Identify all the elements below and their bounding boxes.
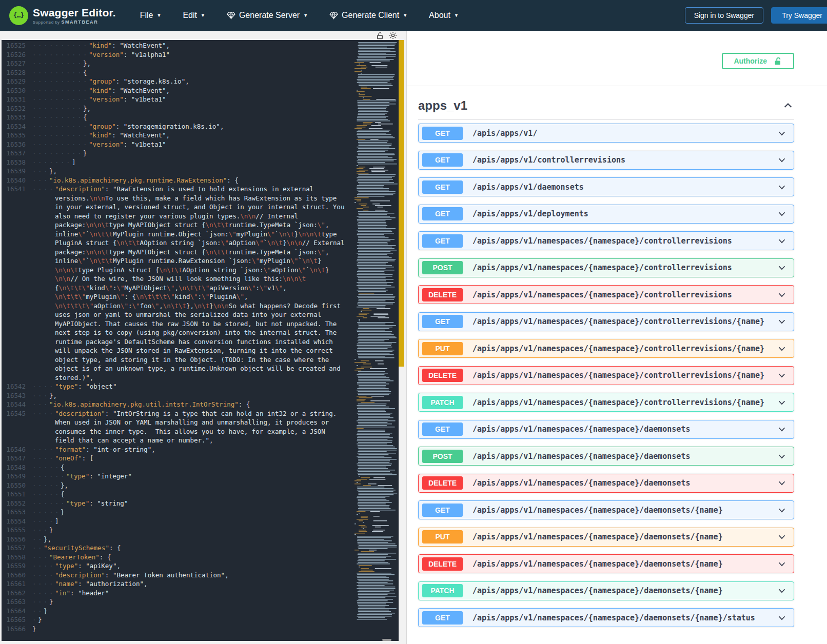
expand-chevron-icon[interactable] bbox=[776, 316, 787, 327]
code-line: 16539···}, bbox=[2, 167, 350, 176]
operation-path: /apis/apps/v1/namespaces/{namespace}/dae… bbox=[472, 532, 723, 541]
operation-delete-row[interactable]: DELETE/apis/apps/v1/namespaces/{namespac… bbox=[418, 554, 794, 573]
line-number: 16532 bbox=[2, 104, 30, 113]
operation-get-row[interactable]: GET/apis/apps/v1/namespaces/{namespace}/… bbox=[418, 231, 794, 250]
line-number: 16529 bbox=[2, 77, 30, 86]
expand-chevron-icon[interactable] bbox=[776, 128, 787, 139]
expand-chevron-icon[interactable] bbox=[776, 262, 787, 273]
expand-chevron-icon[interactable] bbox=[776, 208, 787, 219]
expand-chevron-icon[interactable] bbox=[776, 585, 787, 596]
collapse-chevron-icon[interactable] bbox=[782, 99, 794, 112]
line-number: 16537 bbox=[2, 149, 30, 158]
menu-generate-server[interactable]: Generate Server▼ bbox=[216, 6, 319, 25]
operation-delete-row[interactable]: DELETE/apis/apps/v1/namespaces/{namespac… bbox=[418, 285, 794, 304]
line-number: 16561 bbox=[2, 579, 30, 589]
line-number: 16566 bbox=[2, 625, 30, 634]
code-line: 16554····] bbox=[2, 517, 350, 526]
operation-path: /apis/apps/v1/daemonsets bbox=[472, 183, 584, 192]
method-badge: PATCH bbox=[422, 396, 463, 409]
code-line: \n\n// On the wire, the JSON will look s… bbox=[2, 274, 350, 284]
expand-chevron-icon[interactable] bbox=[776, 289, 787, 300]
line-number bbox=[2, 220, 30, 230]
line-number: 16549 bbox=[2, 472, 30, 481]
expand-chevron-icon[interactable] bbox=[776, 612, 787, 623]
line-number bbox=[2, 364, 30, 373]
code-line: \n\n\ttype PluginA struct {\n\t\tAOption… bbox=[2, 266, 350, 275]
operation-put-row[interactable]: PUT/apis/apps/v1/namespaces/{namespace}/… bbox=[418, 339, 794, 358]
code-line: next step is to copy (using pkg/conversi… bbox=[2, 328, 350, 337]
expand-chevron-icon[interactable] bbox=[776, 477, 787, 489]
code-line: object is of an unknown type, a runtime.… bbox=[2, 364, 350, 373]
code-line: 16531··········"version": "v1beta1" bbox=[2, 95, 350, 104]
expand-chevron-icon[interactable] bbox=[776, 451, 787, 462]
operation-delete-row[interactable]: DELETE/apis/apps/v1/namespaces/{namespac… bbox=[418, 474, 794, 493]
swagger-editor-brand[interactable]: {…} Swagger Editor. Supported bySMARTBEA… bbox=[9, 6, 116, 25]
tag-title: apps_v1 bbox=[418, 98, 467, 113]
expand-chevron-icon[interactable] bbox=[776, 343, 787, 354]
operation-get-row[interactable]: GET/apis/apps/v1/namespaces/{namespace}/… bbox=[418, 420, 794, 439]
line-number bbox=[2, 373, 30, 383]
menu-about[interactable]: About▼ bbox=[418, 6, 469, 25]
try-swagger-button[interactable]: Try Swagger bbox=[771, 7, 827, 24]
authorize-button[interactable]: Authorize bbox=[722, 53, 794, 69]
operation-path: /apis/apps/v1/namespaces/{namespace}/con… bbox=[472, 371, 764, 380]
editor-minimap[interactable] bbox=[350, 40, 399, 641]
menu-generate-client[interactable]: Generate Client▼ bbox=[319, 6, 418, 25]
operation-get-row[interactable]: GET/apis/apps/v1/ bbox=[418, 124, 794, 143]
menu-file[interactable]: File▼ bbox=[129, 6, 172, 25]
line-number: 16558 bbox=[2, 553, 30, 562]
expand-chevron-icon[interactable] bbox=[776, 370, 787, 381]
operation-patch-row[interactable]: PATCH/apis/apps/v1/namespaces/{namespace… bbox=[418, 581, 794, 600]
expand-chevron-icon[interactable] bbox=[776, 505, 787, 516]
caret-down-icon: ▼ bbox=[156, 13, 161, 18]
code-line: 16565·} bbox=[2, 615, 350, 625]
operation-get-row[interactable]: GET/apis/apps/v1/namespaces/{namespace}/… bbox=[418, 312, 794, 331]
operation-get-row[interactable]: GET/apis/apps/v1/deployments bbox=[418, 205, 794, 224]
expand-chevron-icon[interactable] bbox=[776, 558, 787, 570]
expand-chevron-icon[interactable] bbox=[776, 154, 787, 166]
expand-chevron-icon[interactable] bbox=[776, 397, 787, 408]
operation-get-row[interactable]: GET/apis/apps/v1/controllerrevisions bbox=[418, 151, 794, 170]
code-line: 16541····"description": "RawExtension is… bbox=[2, 185, 350, 194]
line-number: 16546 bbox=[2, 445, 30, 454]
expand-chevron-icon[interactable] bbox=[776, 182, 787, 193]
code-line: 16530··········"kind": "WatchEvent", bbox=[2, 86, 350, 95]
operation-path: /apis/apps/v1/namespaces/{namespace}/dae… bbox=[472, 425, 690, 434]
swagger-logo-icon: {…} bbox=[9, 6, 28, 25]
code-line: When used in JSON or YAML marshalling an… bbox=[2, 418, 350, 427]
sign-in-button[interactable]: Sign in to Swagger bbox=[685, 7, 764, 24]
code-line: PluginA struct {\n\t\tAOption string `js… bbox=[2, 238, 350, 248]
menu-edit[interactable]: Edit▼ bbox=[172, 6, 216, 25]
line-number: 16544 bbox=[2, 400, 30, 409]
code-line: 16528·········{ bbox=[2, 68, 350, 77]
caret-down-icon: ▼ bbox=[201, 13, 205, 18]
code-line: versions.\n\nTo use this, make a field w… bbox=[2, 194, 350, 203]
tag-header[interactable]: apps_v1 bbox=[418, 98, 794, 119]
operation-get-row[interactable]: GET/apis/apps/v1/namespaces/{namespace}/… bbox=[418, 500, 794, 519]
operation-path: /apis/apps/v1/ bbox=[472, 129, 537, 138]
operation-patch-row[interactable]: PATCH/apis/apps/v1/namespaces/{namespace… bbox=[418, 393, 794, 412]
expand-chevron-icon[interactable] bbox=[776, 531, 787, 542]
line-number: 16539 bbox=[2, 167, 30, 176]
line-number: 16535 bbox=[2, 131, 30, 140]
code-line: 16546····"format": "int-or-string", bbox=[2, 445, 350, 454]
expand-chevron-icon[interactable] bbox=[776, 235, 787, 247]
line-number: 16559 bbox=[2, 561, 30, 571]
operation-get-row[interactable]: GET/apis/apps/v1/daemonsets bbox=[418, 177, 794, 196]
expand-chevron-icon[interactable] bbox=[776, 424, 787, 435]
line-number bbox=[2, 328, 30, 337]
code-lines: 16525··········"kind": "WatchEvent",1652… bbox=[2, 41, 350, 633]
code-line: 16525··········"kind": "WatchEvent", bbox=[2, 41, 350, 50]
operation-get-row[interactable]: GET/apis/apps/v1/namespaces/{namespace}/… bbox=[418, 608, 794, 627]
operation-put-row[interactable]: PUT/apis/apps/v1/namespaces/{namespace}/… bbox=[418, 528, 794, 547]
method-badge: PATCH bbox=[422, 584, 463, 597]
operation-post-row[interactable]: POST/apis/apps/v1/namespaces/{namespace}… bbox=[418, 258, 794, 277]
editor-vertical-scrollbar[interactable] bbox=[399, 40, 404, 367]
line-number: 16526 bbox=[2, 50, 30, 59]
code-editor[interactable]: 16525··········"kind": "WatchEvent",1652… bbox=[2, 40, 399, 641]
operation-post-row[interactable]: POST/apis/apps/v1/namespaces/{namespace}… bbox=[418, 447, 794, 466]
smartbear-logo: SMARTBEAR bbox=[61, 19, 98, 25]
operation-delete-row[interactable]: DELETE/apis/apps/v1/namespaces/{namespac… bbox=[418, 366, 794, 385]
editor-horizontal-scrollbar[interactable] bbox=[382, 639, 391, 641]
code-line: 16537·········} bbox=[2, 149, 350, 158]
